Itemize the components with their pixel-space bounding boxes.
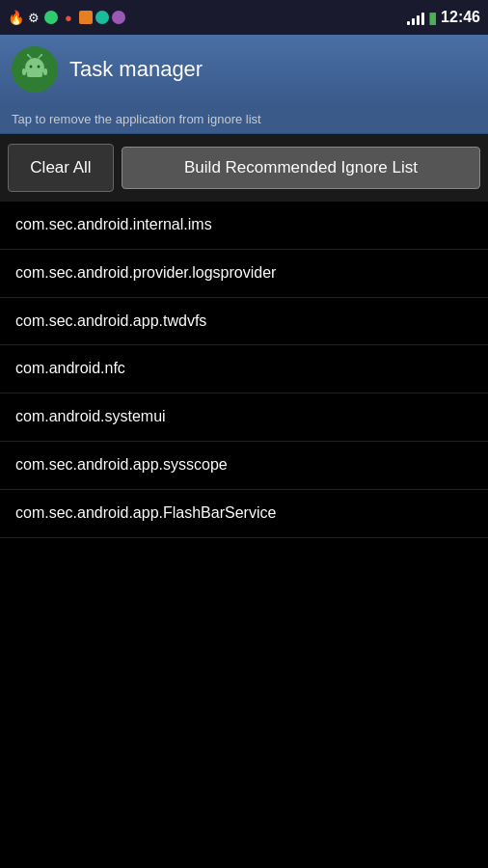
svg-point-3 xyxy=(38,66,41,68)
svg-rect-8 xyxy=(22,68,26,75)
notification-icons: 🔥 ⚙ ● xyxy=(8,10,125,25)
notification-icon-5 xyxy=(112,11,125,24)
list-item[interactable]: com.android.nfc xyxy=(0,345,488,393)
action-buttons: Clear All Build Recommended Ignore List xyxy=(0,134,488,202)
app-list: com.sec.android.internal.ims com.sec.and… xyxy=(0,202,488,538)
svg-rect-9 xyxy=(43,68,47,75)
circle-icon-1 xyxy=(44,11,58,24)
list-item[interactable]: com.sec.android.provider.logsprovider xyxy=(0,250,488,298)
app-title: Task manager xyxy=(69,57,203,82)
battery-icon: ▮ xyxy=(428,9,437,27)
list-item[interactable]: com.sec.android.app.FlashBarService xyxy=(0,490,488,538)
notification-icon-4 xyxy=(95,11,109,24)
notification-icon-3 xyxy=(79,11,93,24)
svg-rect-1 xyxy=(27,68,42,77)
list-item[interactable]: com.android.systemui xyxy=(0,393,488,442)
svg-point-7 xyxy=(41,54,42,56)
notification-icon-2: ● xyxy=(61,10,76,25)
status-bar-left: 🔥 ⚙ ● xyxy=(8,10,125,25)
app-header: Task manager xyxy=(0,35,488,104)
signal-bars-icon xyxy=(407,10,424,25)
svg-point-6 xyxy=(27,54,29,56)
build-recommended-list-button[interactable]: Build Recommended Ignore List xyxy=(122,147,480,189)
list-item[interactable]: com.sec.android.app.sysscope xyxy=(0,442,488,490)
svg-point-2 xyxy=(30,66,33,68)
flame-icon: 🔥 xyxy=(8,10,23,25)
clear-all-button[interactable]: Clear All xyxy=(8,144,114,192)
status-bar: 🔥 ⚙ ● ▮ 12:46 xyxy=(0,0,488,35)
usb-icon: ⚙ xyxy=(26,10,41,25)
status-time: 12:46 xyxy=(441,9,480,26)
status-bar-right: ▮ 12:46 xyxy=(407,9,480,27)
list-item[interactable]: com.sec.android.app.twdvfs xyxy=(0,298,488,346)
instruction-text: Tap to remove the application from ignor… xyxy=(12,112,261,126)
app-icon xyxy=(12,46,58,93)
list-item[interactable]: com.sec.android.internal.ims xyxy=(0,202,488,250)
instruction-bar: Tap to remove the application from ignor… xyxy=(0,104,488,134)
task-manager-logo-icon xyxy=(19,54,50,85)
